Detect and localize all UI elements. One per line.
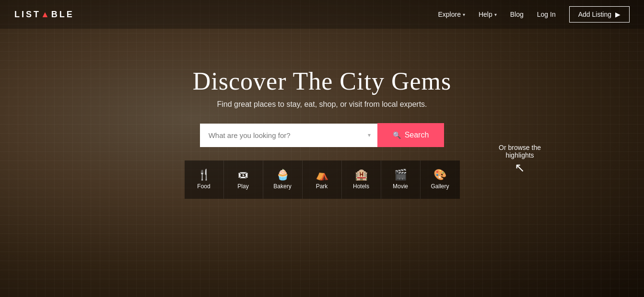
logo-arrow-icon: ▲ [41,10,51,19]
gallery-label: Gallery [431,183,449,190]
search-button[interactable]: 🔍 Search [377,123,445,147]
gallery-icon: 🎨 [433,170,446,180]
hero-subtitle: Find great places to stay, eat, shop, or… [217,100,427,109]
category-tab-hotels[interactable]: 🏨 Hotels [342,160,381,199]
hero-title: Discover The City Gems [193,67,452,95]
food-icon: 🍴 [198,170,211,180]
hotels-icon: 🏨 [355,170,368,180]
movie-label: Movie [393,183,408,190]
logo-text: LIST▲BLE [14,10,74,20]
explore-chevron-icon: ▾ [463,12,465,17]
food-label: Food [197,183,210,190]
movie-icon: 🎬 [394,170,407,180]
play-icon: 🎟 [238,170,248,180]
browse-arrow-icon: ↙ [499,161,541,176]
search-bar: ▾ 🔍 Search [200,123,445,147]
category-tab-gallery[interactable]: 🎨 Gallery [421,160,460,199]
nav-explore[interactable]: Explore ▾ [438,11,465,18]
category-tab-food[interactable]: 🍴 Food [185,160,224,199]
browse-highlights-hint: Or browse the highlights ↙ [499,144,541,176]
hotels-label: Hotels [353,183,369,190]
search-input[interactable] [200,124,377,147]
category-tab-play[interactable]: 🎟 Play [224,160,263,199]
nav-right: Explore ▾ Help ▾ Blog Log In Add Listing… [438,6,630,23]
park-label: Park [316,183,328,190]
play-label: Play [237,183,248,190]
hero-content: Discover The City Gems Find great places… [0,29,644,157]
nav-help[interactable]: Help ▾ [479,11,497,18]
category-tab-movie[interactable]: 🎬 Movie [381,160,421,199]
add-listing-arrow-icon: ▶ [615,11,621,18]
add-listing-button[interactable]: Add Listing ▶ [569,6,630,23]
category-tabs: 🍴 Food 🎟 Play 🧁 Bakery ⛺ Park 🏨 Hotels 🎬… [185,160,460,199]
park-icon: ⛺ [316,170,328,180]
nav-blog[interactable]: Blog [510,11,524,18]
search-input-wrapper: ▾ [200,124,377,147]
logo[interactable]: LIST▲BLE [14,10,74,20]
category-tab-bakery[interactable]: 🧁 Bakery [263,160,303,199]
browse-hint-container: Or browse the highlights ↙ [499,144,550,190]
search-icon: 🔍 [393,131,401,139]
navbar: LIST▲BLE Explore ▾ Help ▾ Blog Log In Ad… [0,0,644,29]
category-tab-park[interactable]: ⛺ Park [303,160,342,199]
help-chevron-icon: ▾ [494,12,497,17]
nav-login[interactable]: Log In [537,11,556,18]
bakery-label: Bakery [273,183,291,190]
bakery-icon: 🧁 [276,170,289,180]
